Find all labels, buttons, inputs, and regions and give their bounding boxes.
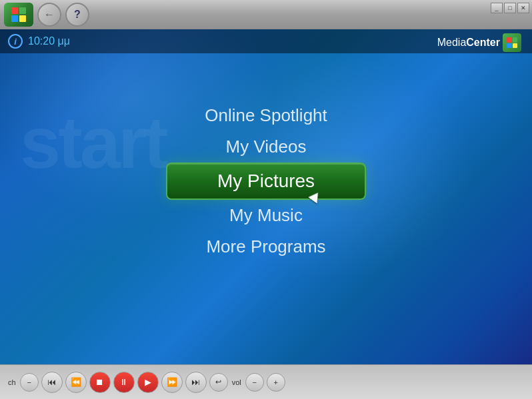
rewind-button[interactable]: ⏪ — [65, 372, 87, 393]
menu-item-more-programs[interactable]: More Programs — [166, 231, 366, 262]
main-menu: Online Spotlight My Videos My Pictures M… — [0, 100, 532, 262]
ch-down-button[interactable]: − — [20, 373, 39, 392]
stop-button[interactable]: ⏹ — [89, 372, 111, 393]
vol-up-button[interactable]: + — [267, 373, 285, 392]
menu-item-my-pictures[interactable]: My Pictures — [166, 163, 366, 200]
info-icon: i — [8, 34, 23, 49]
replay-button[interactable]: ↩ — [209, 373, 228, 392]
play-button[interactable]: ▶ — [137, 372, 159, 393]
skip-forward-button[interactable]: ⏭ — [185, 372, 207, 393]
maximize-button[interactable]: □ — [504, 3, 516, 13]
close-button[interactable]: ✕ — [517, 3, 529, 13]
help-button[interactable]: ? — [65, 3, 89, 27]
title-bar: ← ? _ □ ✕ — [0, 0, 532, 29]
minimize-button[interactable]: _ — [491, 3, 503, 13]
menu-item-my-videos[interactable]: My Videos — [166, 131, 366, 163]
vol-label: vol — [232, 378, 241, 386]
playback-controls: ch − ⏮ ⏪ ⏹ ⏸ ▶ ⏩ ⏭ ↩ vol − + — [0, 364, 532, 399]
menu-item-online-spotlight[interactable]: Online Spotlight — [166, 100, 366, 131]
ch-label: ch — [8, 378, 16, 386]
skip-back-button[interactable]: ⏮ — [41, 372, 63, 393]
mediacenter-icon — [503, 33, 521, 52]
window-controls: _ □ ✕ — [491, 3, 529, 13]
pause-button[interactable]: ⏸ — [113, 372, 135, 393]
app-window: ← ? _ □ ✕ i 10:20 μμ MediaCenter start O… — [0, 0, 532, 399]
mediacenter-logo: MediaCenter — [437, 33, 521, 52]
back-button[interactable]: ← — [37, 3, 61, 27]
menu-item-my-music[interactable]: My Music — [166, 200, 366, 231]
forward-button[interactable]: ⏩ — [161, 372, 183, 393]
time-display: 10:20 μμ — [28, 35, 70, 47]
mediacenter-text: MediaCenter — [437, 37, 500, 49]
vol-down-button[interactable]: − — [245, 373, 264, 392]
start-button[interactable] — [4, 3, 33, 27]
